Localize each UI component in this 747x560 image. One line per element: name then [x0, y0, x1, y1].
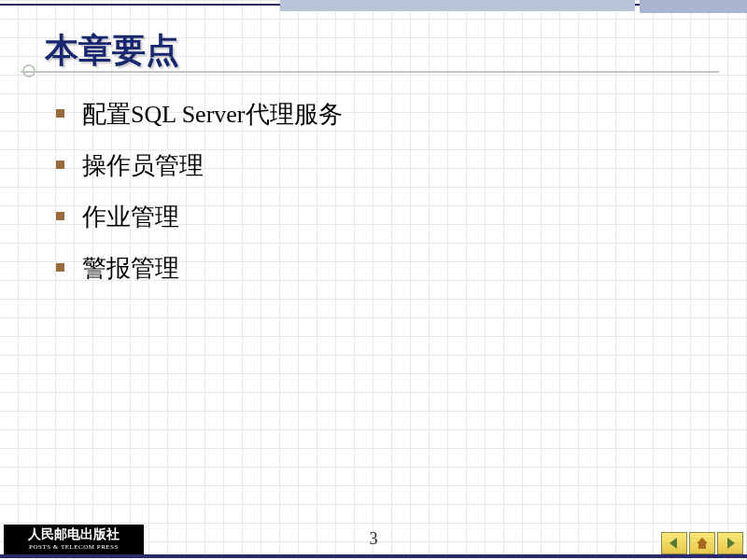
bullet-list: 配置SQL Server代理服务 操作员管理 作业管理 警报管理 — [56, 98, 343, 303]
top-decor-bar — [280, 0, 635, 11]
list-item: 作业管理 — [56, 201, 343, 233]
home-button[interactable] — [689, 532, 715, 554]
list-item: 警报管理 — [56, 252, 343, 285]
list-item: 操作员管理 — [56, 149, 343, 182]
top-corner-box — [640, 0, 747, 13]
nav-button-group — [661, 532, 743, 554]
publisher-logo: 人民邮电出版社 POSTS & TELECOM PRESS — [4, 525, 144, 554]
svg-marker-1 — [697, 538, 708, 549]
bottom-border — [0, 554, 747, 558]
page-number: 3 — [370, 529, 378, 549]
home-icon — [695, 536, 710, 551]
arrow-left-icon — [667, 536, 682, 551]
list-item: 配置SQL Server代理服务 — [56, 98, 343, 131]
next-button[interactable] — [717, 532, 743, 554]
svg-marker-2 — [727, 538, 735, 549]
prev-button[interactable] — [661, 532, 687, 554]
svg-marker-0 — [669, 538, 677, 549]
title-circle-decor — [22, 64, 35, 77]
publisher-name-en: POSTS & TELECOM PRESS — [29, 543, 119, 551]
slide-title: 本章要点 — [45, 28, 179, 74]
publisher-name-cn: 人民邮电出版社 — [28, 527, 120, 543]
arrow-right-icon — [723, 536, 738, 551]
